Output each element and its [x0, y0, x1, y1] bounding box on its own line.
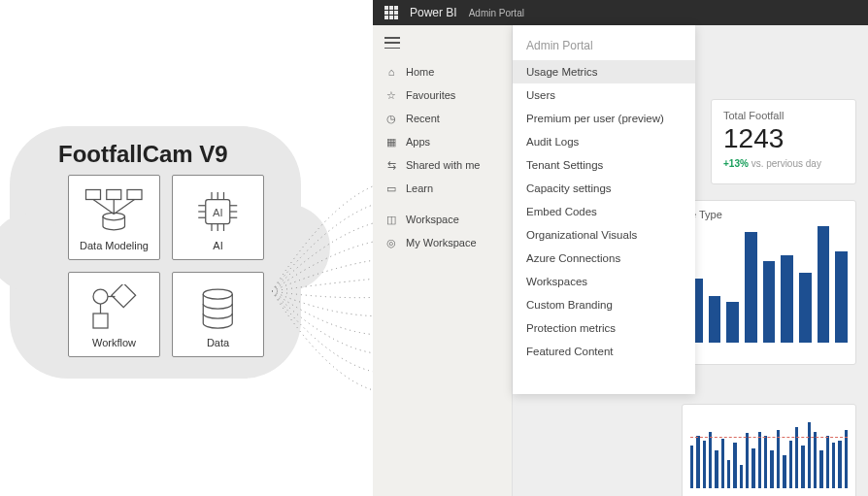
bar-series-2 [690, 413, 848, 488]
bar-series-1 [690, 226, 848, 343]
bar [770, 450, 773, 488]
card-label: Workflow [92, 337, 136, 348]
svg-rect-2 [127, 190, 142, 200]
bar [764, 436, 767, 488]
nav-learn[interactable]: ▭Learn [373, 177, 512, 200]
admin-item-premium-per-user-preview-[interactable]: Premium per user (preview) [513, 107, 695, 130]
bar [703, 441, 706, 488]
bar [838, 441, 841, 488]
svg-rect-22 [112, 284, 136, 308]
nav-my-workspace[interactable]: ◎My Workspace [373, 231, 512, 254]
nav-label: Recent [406, 113, 440, 124]
nav-label: Shared with me [406, 159, 480, 171]
admin-item-embed-codes[interactable]: Embed Codes [513, 200, 695, 223]
bar [814, 432, 817, 489]
nav-home[interactable]: ⌂Home [373, 60, 512, 83]
database-icon [187, 284, 249, 333]
bar [781, 255, 793, 343]
svg-rect-23 [93, 314, 108, 328]
card-workflow: Workflow [68, 272, 160, 357]
app-name: Power BI [410, 6, 457, 19]
bar [733, 443, 736, 488]
bar [777, 430, 780, 488]
bar [818, 226, 830, 343]
nav-label: My Workspace [406, 237, 477, 248]
card-label: AI [213, 240, 222, 251]
hamburger-icon[interactable] [384, 37, 400, 49]
admin-item-usage-metrics[interactable]: Usage Metrics [513, 60, 695, 83]
svg-rect-1 [107, 190, 121, 200]
bar [745, 232, 757, 343]
svg-point-21 [93, 289, 108, 304]
admin-item-azure-connections[interactable]: Azure Connections [513, 247, 695, 270]
bar [801, 446, 804, 488]
clock-icon: ◷ [384, 112, 398, 125]
admin-item-organizational-visuals[interactable]: Organizational Visuals [513, 223, 695, 247]
data-modeling-icon [83, 187, 145, 236]
bar [832, 443, 835, 488]
admin-item-workspaces[interactable]: Workspaces [513, 270, 695, 293]
svg-rect-0 [86, 190, 101, 200]
workspace-icon: ◫ [384, 213, 398, 226]
bar [709, 432, 712, 489]
admin-item-audit-logs[interactable]: Audit Logs [513, 130, 695, 153]
admin-item-capacity-settings[interactable]: Capacity settings [513, 177, 695, 200]
admin-item-featured-content[interactable]: Featured Content [513, 340, 695, 363]
bar [709, 296, 721, 343]
nav-recent[interactable]: ◷Recent [373, 107, 512, 130]
footfallcam-diagram: FootfallCam V9 Data Modeling AI AI Workf… [0, 0, 373, 496]
nav-label: Learn [406, 182, 433, 194]
powerbi-window: Power BI Admin Portal ⌂Home ☆Favourites … [373, 0, 868, 496]
nav-label: Favourites [406, 89, 455, 101]
svg-line-3 [93, 200, 114, 215]
admin-menu-title: Admin Portal [513, 25, 695, 60]
bar [721, 439, 724, 488]
bar [845, 430, 848, 488]
nav-shared[interactable]: ⇆Shared with me [373, 153, 512, 177]
breadcrumb: Admin Portal [469, 8, 524, 18]
metric-delta: +13% vs. pervious day [723, 158, 844, 169]
bar [751, 448, 754, 488]
bar [727, 460, 730, 488]
star-icon: ☆ [384, 88, 398, 102]
nav-apps[interactable]: ▦Apps [373, 130, 512, 153]
share-icon: ⇆ [384, 158, 398, 172]
admin-portal-menu: Admin Portal Usage MetricsUsersPremium p… [513, 25, 695, 394]
nav-favourites[interactable]: ☆Favourites [373, 83, 512, 107]
book-icon: ▭ [384, 182, 398, 195]
admin-item-custom-branding[interactable]: Custom Branding [513, 293, 695, 316]
svg-line-5 [115, 200, 135, 215]
admin-item-tenant-settings[interactable]: Tenant Settings [513, 153, 695, 177]
metric-value: 1243 [723, 123, 844, 154]
admin-item-users[interactable]: Users [513, 83, 695, 107]
nav-workspace[interactable]: ◫Workspace [373, 208, 512, 231]
chart-small-bar [682, 404, 856, 496]
home-icon: ⌂ [384, 65, 398, 79]
card-data-modeling: Data Modeling [68, 175, 160, 260]
svg-text:AI: AI [213, 207, 223, 218]
diagram-title: FootfallCam V9 [58, 141, 228, 168]
svg-point-26 [204, 289, 233, 299]
admin-item-protection-metrics[interactable]: Protection metrics [513, 316, 695, 340]
bar [715, 450, 718, 488]
bar [835, 251, 848, 343]
bar [726, 302, 739, 343]
bar [783, 455, 785, 488]
card-ai: AI AI [172, 175, 264, 260]
bar [758, 432, 761, 489]
nav-label: Workspace [406, 214, 459, 225]
bar [690, 446, 693, 488]
metric-total-footfall: Total Footfall 1243 +13% vs. pervious da… [711, 99, 856, 184]
bar [789, 441, 792, 488]
app-launcher-icon[interactable] [384, 6, 398, 19]
ai-chip-icon: AI [187, 187, 249, 236]
chart-type-bar: e Type [682, 200, 856, 365]
bar [740, 465, 743, 488]
metric-label: Total Footfall [723, 110, 844, 121]
bar [808, 422, 811, 488]
my-workspace-icon: ◎ [384, 236, 398, 249]
bar [819, 450, 822, 488]
bar [746, 433, 749, 488]
card-label: Data Modeling [80, 240, 149, 251]
apps-icon: ▦ [384, 135, 398, 149]
